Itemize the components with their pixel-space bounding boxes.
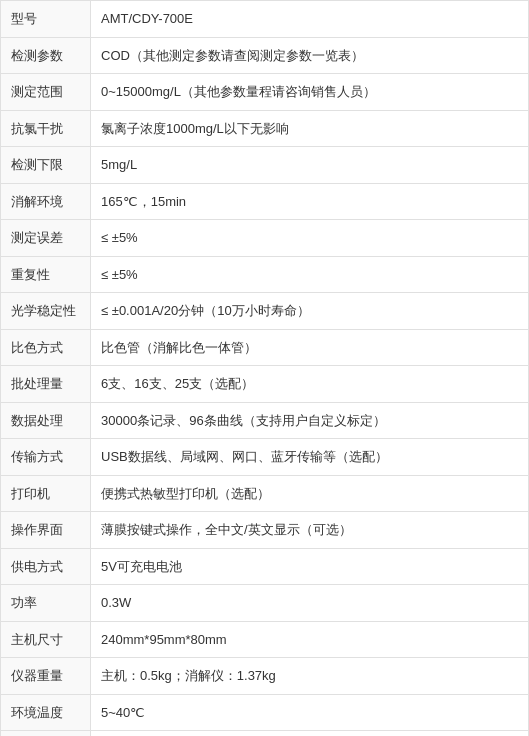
spec-label: 环境湿度 bbox=[1, 731, 91, 737]
spec-label: 仪器重量 bbox=[1, 658, 91, 695]
spec-label: 打印机 bbox=[1, 475, 91, 512]
spec-value: 主机：0.5kg；消解仪：1.37kg bbox=[91, 658, 529, 695]
spec-label: 数据处理 bbox=[1, 402, 91, 439]
table-row: 供电方式5V可充电电池 bbox=[1, 548, 529, 585]
spec-value: 氯离子浓度1000mg/L以下无影响 bbox=[91, 110, 529, 147]
table-row: 重复性≤ ±5% bbox=[1, 256, 529, 293]
spec-value: ≤85%无冷凝 bbox=[91, 731, 529, 737]
spec-value: ≤ ±5% bbox=[91, 256, 529, 293]
spec-value: COD（其他测定参数请查阅测定参数一览表） bbox=[91, 37, 529, 74]
spec-label: 消解环境 bbox=[1, 183, 91, 220]
table-row: 检测参数COD（其他测定参数请查阅测定参数一览表） bbox=[1, 37, 529, 74]
table-row: 传输方式USB数据线、局域网、网口、蓝牙传输等（选配） bbox=[1, 439, 529, 476]
spec-label: 测定范围 bbox=[1, 74, 91, 111]
spec-value: 0~15000mg/L（其他参数量程请咨询销售人员） bbox=[91, 74, 529, 111]
table-row: 测定范围0~15000mg/L（其他参数量程请咨询销售人员） bbox=[1, 74, 529, 111]
table-row: 型号AMT/CDY-700E bbox=[1, 1, 529, 38]
table-row: 检测下限5mg/L bbox=[1, 147, 529, 184]
spec-label: 检测下限 bbox=[1, 147, 91, 184]
spec-label: 环境温度 bbox=[1, 694, 91, 731]
spec-value: ≤ ±0.001A/20分钟（10万小时寿命） bbox=[91, 293, 529, 330]
spec-label: 传输方式 bbox=[1, 439, 91, 476]
table-row: 光学稳定性≤ ±0.001A/20分钟（10万小时寿命） bbox=[1, 293, 529, 330]
spec-value: 5mg/L bbox=[91, 147, 529, 184]
table-row: 打印机便携式热敏型打印机（选配） bbox=[1, 475, 529, 512]
spec-label: 批处理量 bbox=[1, 366, 91, 403]
table-row: 抗氯干扰氯离子浓度1000mg/L以下无影响 bbox=[1, 110, 529, 147]
spec-label: 检测参数 bbox=[1, 37, 91, 74]
spec-value: 5~40℃ bbox=[91, 694, 529, 731]
spec-label: 供电方式 bbox=[1, 548, 91, 585]
spec-value: 30000条记录、96条曲线（支持用户自定义标定） bbox=[91, 402, 529, 439]
spec-label: 测定误差 bbox=[1, 220, 91, 257]
spec-label: 重复性 bbox=[1, 256, 91, 293]
spec-value: 便携式热敏型打印机（选配） bbox=[91, 475, 529, 512]
table-row: 功率0.3W bbox=[1, 585, 529, 622]
spec-value: AMT/CDY-700E bbox=[91, 1, 529, 38]
spec-value: USB数据线、局域网、网口、蓝牙传输等（选配） bbox=[91, 439, 529, 476]
spec-value: 薄膜按键式操作，全中文/英文显示（可选） bbox=[91, 512, 529, 549]
table-row: 消解环境165℃，15min bbox=[1, 183, 529, 220]
spec-value: 165℃，15min bbox=[91, 183, 529, 220]
table-row: 主机尺寸240mm*95mm*80mm bbox=[1, 621, 529, 658]
spec-label: 比色方式 bbox=[1, 329, 91, 366]
spec-value: 0.3W bbox=[91, 585, 529, 622]
table-row: 环境湿度≤85%无冷凝 bbox=[1, 731, 529, 737]
table-row: 仪器重量主机：0.5kg；消解仪：1.37kg bbox=[1, 658, 529, 695]
table-row: 环境温度5~40℃ bbox=[1, 694, 529, 731]
spec-label: 功率 bbox=[1, 585, 91, 622]
spec-label: 型号 bbox=[1, 1, 91, 38]
table-row: 数据处理30000条记录、96条曲线（支持用户自定义标定） bbox=[1, 402, 529, 439]
table-row: 操作界面薄膜按键式操作，全中文/英文显示（可选） bbox=[1, 512, 529, 549]
spec-label: 光学稳定性 bbox=[1, 293, 91, 330]
spec-value: 6支、16支、25支（选配） bbox=[91, 366, 529, 403]
spec-value: 5V可充电电池 bbox=[91, 548, 529, 585]
spec-label: 主机尺寸 bbox=[1, 621, 91, 658]
spec-label: 抗氯干扰 bbox=[1, 110, 91, 147]
spec-label: 操作界面 bbox=[1, 512, 91, 549]
table-row: 批处理量6支、16支、25支（选配） bbox=[1, 366, 529, 403]
spec-value: 240mm*95mm*80mm bbox=[91, 621, 529, 658]
table-row: 比色方式比色管（消解比色一体管） bbox=[1, 329, 529, 366]
table-row: 测定误差≤ ±5% bbox=[1, 220, 529, 257]
spec-value: 比色管（消解比色一体管） bbox=[91, 329, 529, 366]
spec-value: ≤ ±5% bbox=[91, 220, 529, 257]
spec-table: 型号AMT/CDY-700E检测参数COD（其他测定参数请查阅测定参数一览表）测… bbox=[0, 0, 529, 736]
